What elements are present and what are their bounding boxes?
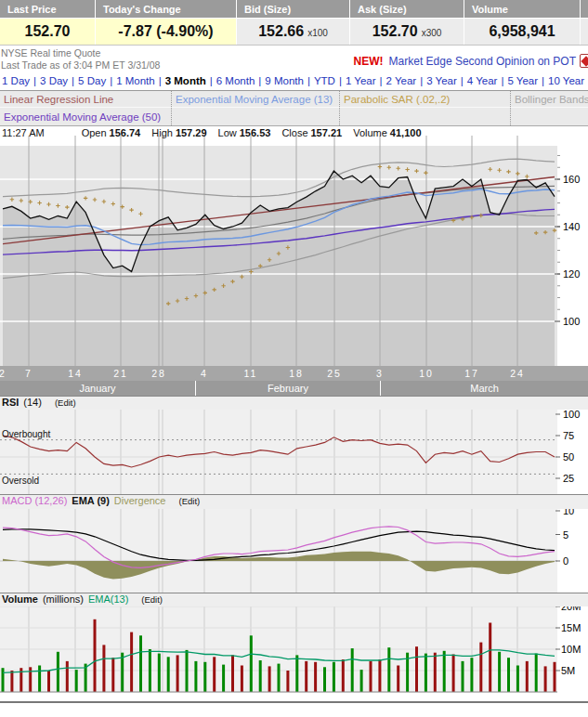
rsi-panel: RSI (14) (Edit) OverboughtOversold100755… [0,396,588,494]
main-chart-panel: 11:27 AMOpen156.74High157.29Low156.53Clo… [0,126,588,366]
day-tick-7: 7 [25,368,33,379]
macd-edit-link[interactable]: (Edit) [178,495,200,507]
day-tick-2: 2 [0,368,7,379]
svg-text:Overbought: Overbought [2,429,50,439]
ask-value: 152.70x300 [350,19,464,45]
bid-header: Bid (Size) [237,0,350,18]
svg-text:10: 10 [563,509,574,516]
svg-text:50: 50 [563,451,574,463]
tab-3-year[interactable]: 3 Year [426,75,457,86]
close-label: Close [281,127,307,138]
high-value: 157.29 [176,127,207,138]
tab-separator: | [339,75,342,86]
quote-info: NYSE Real time Quote Last Trade as of 3:… [0,46,588,72]
new-badge: NEW! [354,55,384,68]
tab-1-month[interactable]: 1 Month [116,75,155,86]
stock-chart-page: Last Price Today's Change Bid (Size) Ask… [0,0,588,717]
svg-text:25: 25 [563,473,574,484]
market-edge-link[interactable]: Market Edge Second Opinion on POT [389,55,576,68]
low-value: 156.53 [240,127,271,138]
open-label: Open [82,127,107,138]
quote-time: 11:27 AM [2,127,45,138]
tab-4-year[interactable]: 4 Year [467,75,498,86]
tab-9-month[interactable]: 9 Month [265,75,304,86]
bid-size: x100 [307,25,328,38]
tab-ytd[interactable]: YTD [314,75,335,86]
page-footer [0,701,588,717]
day-tick-28: 28 [151,368,166,379]
rsi-name: RSI [2,397,19,409]
pdf-icon[interactable] [580,54,588,68]
day-tick-11: 11 [244,368,258,379]
x-axis-day-labels: 2714212841118253101724 [0,366,588,381]
volume-edit-link[interactable]: (Edit) [141,593,163,606]
volume-ema-label: EMA(13) [88,593,128,606]
svg-text:140: 140 [563,221,580,232]
tab-3-day[interactable]: 3 Day [40,75,68,86]
day-tick-3: 3 [376,368,384,379]
volume-chart-svg: 20M15M10M5M [0,606,588,693]
svg-text:15M: 15M [561,622,581,633]
tab-separator: | [33,75,36,86]
tab-3-month[interactable]: 3 Month [165,75,206,86]
tab-separator: | [461,75,464,86]
tab-5-year[interactable]: 5 Year [507,75,538,86]
low-label: Low [218,127,237,138]
macd-ema-label: EMA (9) [72,495,110,507]
svg-text:120: 120 [563,268,580,280]
bid-value: 152.66x100 [237,19,350,45]
svg-text:Oversold: Oversold [2,476,39,486]
high-label: High [151,127,173,138]
tab-separator: | [380,75,383,86]
day-tick-21: 21 [113,368,128,379]
legend-divider [339,91,340,125]
bid-price: 152.66 [258,23,304,40]
month-march: March [380,381,588,396]
macd-divergence-label: Divergence [114,495,166,507]
tab-separator: | [258,75,261,86]
footer-rule [0,701,588,703]
tab-1-year[interactable]: 1 Year [346,75,376,86]
last-price-value: 152.70 [0,19,96,45]
ohlc-readout: 11:27 AMOpen156.74High157.29Low156.53Clo… [2,127,588,140]
ask-price: 152.70 [372,23,418,40]
legend-divider [510,91,511,125]
price-chart-svg: 160140120100 [0,131,588,366]
tab-2-year[interactable]: 2 Year [386,75,417,86]
ohlc-volume-label: Volume [353,127,387,138]
indicator-legend: Linear Regression Line Exponential Movin… [0,90,588,126]
macd-name: MACD (12,26) [2,495,67,507]
day-tick-24: 24 [510,368,525,379]
tab-10-year[interactable]: 10 Year [548,75,584,86]
tab-6-month[interactable]: 6 Month [216,75,255,86]
rsi-edit-link[interactable]: (Edit) [55,397,76,409]
ohlc-volume-value: 41,100 [390,127,422,138]
svg-text:5M: 5M [561,665,575,676]
volume-value: 6,958,941 [464,19,581,45]
todays-change-header: Today's Change [96,0,237,18]
x-axis-month-band: January February March [0,381,588,396]
volume-panel: Volume (millions) EMA(13) (Edit) 20M15M1… [0,593,588,693]
todays-change-value: -7.87 (-4.90%) [96,19,237,45]
legend-parabolic-sar: Parabolic SAR (.02,.2) [344,91,450,108]
day-tick-18: 18 [289,368,304,379]
open-value: 156.74 [110,127,141,138]
svg-text:100: 100 [563,410,580,420]
svg-text:160: 160 [563,174,580,185]
volume-name: Volume [2,593,38,606]
month-february: February [195,381,380,396]
tab-separator: | [110,75,112,86]
legend-row-1: Linear Regression Line Exponential Movin… [0,91,588,108]
tab-separator: | [420,75,423,86]
tab-5-day[interactable]: 5 Day [78,75,106,86]
legend-divider [171,91,172,125]
time-range-tabs: 1 Day|3 Day|5 Day|1 Month|3 Month|6 Mont… [0,72,588,90]
svg-text:10M: 10M [561,644,581,655]
svg-text:0: 0 [563,555,568,567]
tab-1-day[interactable]: 1 Day [2,75,30,86]
volume-header: Volume [464,0,581,18]
macd-chart-svg: 1050 [0,509,588,593]
svg-text:75: 75 [563,430,574,441]
legend-ema50: Exponential Moving Average (50) [4,109,161,125]
day-tick-17: 17 [464,368,479,379]
